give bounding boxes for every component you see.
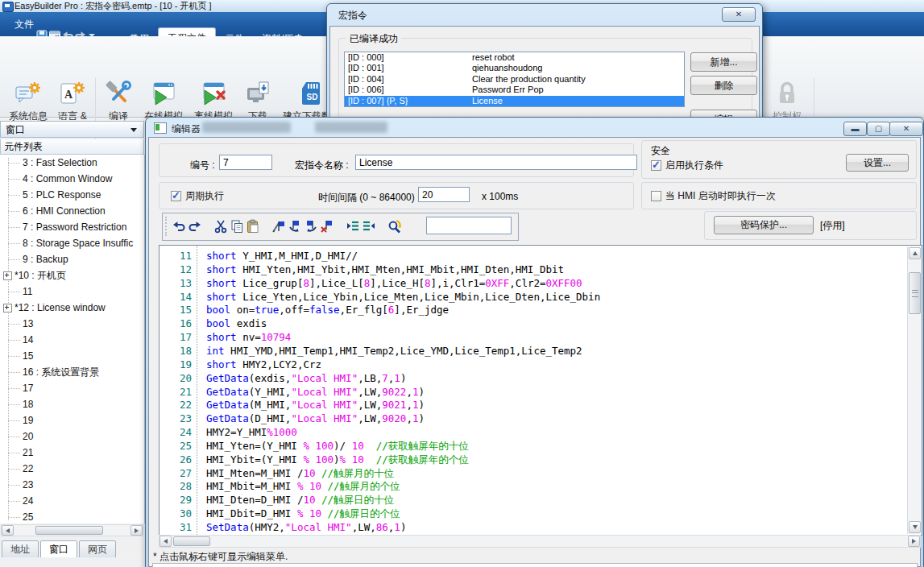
startup-checkbox[interactable]: 当 HMI 启动时即执行一次 <box>651 189 776 203</box>
password-protect-button[interactable]: 密码保护... <box>714 216 814 234</box>
toolbar-grip[interactable] <box>165 217 167 236</box>
code-horizontal-scrollbar[interactable] <box>159 535 921 548</box>
indent-icon[interactable] <box>345 218 361 234</box>
editor-window-title: 编辑器 <box>172 122 201 136</box>
scroll-thumb[interactable] <box>173 536 210 546</box>
interval-label: 时间间隔 (0 ~ 864000) : <box>318 191 420 205</box>
window-tree-item[interactable]: 8 : Storage Space Insuffic <box>0 235 144 251</box>
paste-icon[interactable] <box>245 218 261 234</box>
line-number: 11 <box>160 249 192 263</box>
window-tree-item[interactable]: 25 <box>0 509 144 524</box>
cut-icon[interactable] <box>213 218 229 234</box>
expand-icon[interactable] <box>3 271 12 280</box>
compile-status-label: 已编译成功 <box>346 32 401 46</box>
app-icon <box>2 2 14 12</box>
scroll-right-button[interactable] <box>908 536 920 547</box>
expand-icon[interactable] <box>3 304 12 312</box>
scroll-down-button[interactable] <box>909 521 921 533</box>
window-tree-item[interactable]: *12 : License window <box>0 300 144 316</box>
window-tree-item[interactable]: 24 <box>0 493 144 509</box>
macro-list[interactable]: [ID : 000]reset robot[ID : 001]qiehuansh… <box>344 52 685 107</box>
window-tree-item[interactable]: 19 <box>0 412 144 428</box>
periodic-checkbox[interactable]: 周期执行 <box>171 189 224 203</box>
window-tree-item[interactable]: 3 : Fast Selection <box>0 155 144 171</box>
window-tree-item[interactable]: 5 : PLC Response <box>0 187 144 203</box>
code-editor[interactable]: 11short Y_HMI,M_HMI,D_HMI//12short HMI_Y… <box>159 245 922 536</box>
scroll-right-button[interactable] <box>131 525 143 536</box>
maximize-icon[interactable]: ▢ <box>867 122 890 136</box>
sidebar-tab-窗口[interactable]: 窗口 <box>40 540 77 559</box>
window-tree-item[interactable]: 9 : Backup <box>0 251 144 267</box>
macro-id-groupbox: 编号 : 宏指令名称 : <box>159 143 634 177</box>
titlebar-artifact <box>202 122 291 133</box>
line-number: 26 <box>160 453 192 466</box>
line-number: 30 <box>160 507 192 520</box>
macro-list-row[interactable]: [ID : 007] {P, S}License <box>345 96 684 106</box>
security-settings-button[interactable]: 设置... <box>846 154 909 172</box>
interval-field[interactable] <box>418 187 470 202</box>
line-number: 29 <box>160 493 192 507</box>
macro-dialog-title: 宏指令 <box>338 9 367 23</box>
sidebar-tab-网页[interactable]: 网页 <box>79 540 116 558</box>
bookmark-next-icon[interactable] <box>287 218 303 234</box>
redo-icon[interactable] <box>187 218 203 234</box>
sidebar-tab-地址[interactable]: 地址 <box>2 540 39 558</box>
search-input[interactable] <box>426 217 512 234</box>
scroll-left-button[interactable] <box>160 536 172 547</box>
window-tree-item[interactable]: 16 : 系统设置背景 <box>0 364 144 380</box>
window-tree-item[interactable]: 22 <box>0 461 144 477</box>
sidebar-horizontal-scrollbar[interactable] <box>1 524 143 536</box>
close-icon[interactable]: ✕ <box>722 7 756 22</box>
window-tree-item[interactable]: 6 : HMI Connection <box>0 203 144 219</box>
scroll-up-button[interactable] <box>909 247 921 259</box>
macro-list-row[interactable]: [ID : 000]reset robot <box>345 52 684 63</box>
window-tree-item[interactable]: 17 <box>0 380 144 396</box>
copy-icon[interactable] <box>229 218 245 234</box>
minimize-icon[interactable]: ▬ <box>843 122 867 136</box>
periodic-label: 周期执行 <box>185 189 224 203</box>
editor-window-icon <box>154 122 167 134</box>
bookmark-toggle-icon[interactable] <box>271 218 287 234</box>
macro-id-field[interactable] <box>219 155 272 170</box>
window-tree-item[interactable]: 23 <box>0 477 144 493</box>
bookmark-clear-icon[interactable] <box>319 218 335 234</box>
scroll-thumb[interactable] <box>35 526 103 535</box>
window-tree-item[interactable]: *10 : 开机页 <box>0 267 144 284</box>
security-groupbox: 安全 启用执行条件 设置... <box>641 140 917 179</box>
undo-icon[interactable] <box>171 218 187 234</box>
gutter-divider <box>197 246 197 535</box>
macro-name-label: 宏指令名称 : <box>295 159 349 172</box>
window-tree-item[interactable]: 15 <box>0 348 144 364</box>
interval-unit-label: x 100ms <box>482 191 518 202</box>
scroll-thumb[interactable] <box>909 272 921 314</box>
window-tree-item[interactable]: 14 <box>0 332 144 348</box>
window-tree-item[interactable]: 11 <box>0 284 144 300</box>
line-number: 25 <box>160 439 192 453</box>
delete-macro-button[interactable]: 删除 <box>690 76 757 95</box>
outdent-icon[interactable] <box>361 218 377 234</box>
new-macro-button[interactable]: 新增... <box>690 52 757 72</box>
macro-list-row[interactable]: [ID : 001]qiehuanshoudong <box>345 63 684 73</box>
macro-name-field[interactable] <box>355 155 637 170</box>
checkbox-icon <box>651 191 661 201</box>
window-tree-item[interactable]: 7 : Password Restriction <box>0 219 144 235</box>
window-tree-item[interactable]: 20 <box>0 428 144 445</box>
chevron-down-icon[interactable] <box>131 128 137 132</box>
macro-id-label: 编号 : <box>190 159 215 172</box>
sidebar-bottom-filler <box>0 557 145 567</box>
svg-text:SD: SD <box>307 93 318 101</box>
sidebar-pane-header[interactable]: 窗口 <box>0 121 144 138</box>
scroll-left-button[interactable] <box>2 525 14 536</box>
window-tree-item[interactable]: 18 <box>0 396 144 412</box>
exec-condition-checkbox[interactable]: 启用执行条件 <box>651 159 723 172</box>
window-tree-item[interactable]: 13 <box>0 316 144 332</box>
window-tree-item[interactable]: 21 <box>0 445 144 461</box>
bookmark-prev-icon[interactable] <box>303 218 319 234</box>
close-icon[interactable]: ✕ <box>889 122 923 136</box>
checkbox-icon <box>651 160 661 171</box>
code-vertical-scrollbar[interactable] <box>907 246 922 534</box>
window-tree-item[interactable]: 4 : Common Window <box>0 171 144 187</box>
macro-list-row[interactable]: [ID : 006]Password Err Pop <box>345 85 684 95</box>
macro-list-row[interactable]: [ID : 004]Clear the production quantity <box>345 74 684 85</box>
find-replace-icon[interactable] <box>387 218 403 234</box>
